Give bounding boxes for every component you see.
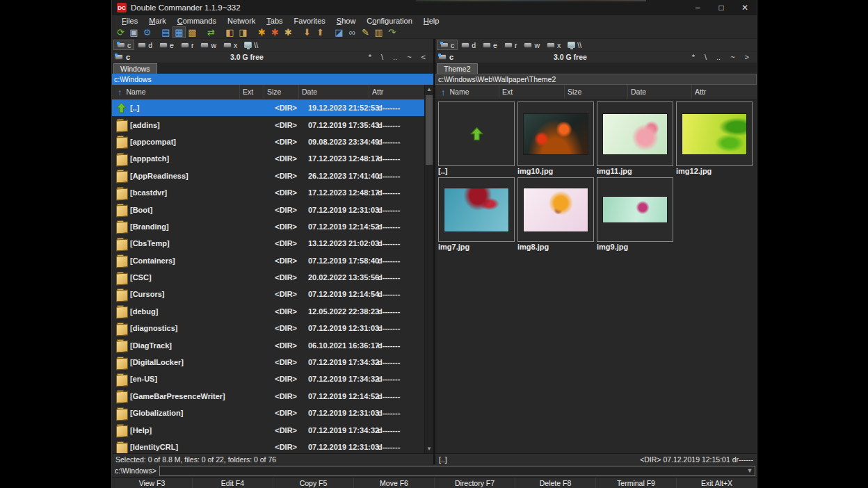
right-tab-theme2[interactable]: Theme2	[437, 63, 478, 74]
file-row[interactable]: [Help]<DIR>07.12.2019 17:34:32d-------	[112, 421, 425, 438]
copy-files-icon[interactable]: ◪	[332, 26, 346, 38]
right-drive-e[interactable]: e	[479, 40, 501, 50]
fkey-copy-f5[interactable]: Copy F5	[273, 478, 353, 488]
copy-left-panel-icon[interactable]: ◧	[223, 26, 236, 38]
file-row[interactable]: [en-US]<DIR>07.12.2019 17:34:32d-------	[112, 371, 425, 387]
left-header-size[interactable]: Size	[264, 85, 299, 99]
chevron-down-icon[interactable]: ▼	[745, 467, 755, 474]
command-input[interactable]	[160, 466, 745, 475]
right-header-name[interactable]: ↑Name	[435, 85, 499, 99]
file-row[interactable]: [DiagTrack]<DIR>06.10.2021 16:36:17d----…	[112, 336, 425, 353]
left-scrollbar[interactable]: ▲ ▼	[424, 85, 433, 453]
brief-view-icon[interactable]: ▤	[159, 26, 172, 38]
minimize-icon[interactable]: –	[686, 0, 709, 15]
right-path-bar[interactable]: c:\Windows\Web\Wallpaper\Theme2	[435, 74, 757, 85]
full-view-icon[interactable]: ▦	[172, 26, 186, 38]
pack-into-archive-icon[interactable]: ⬇	[300, 26, 314, 38]
menu-network[interactable]: Network	[222, 17, 261, 25]
fkey-move-f6[interactable]: Move F6	[353, 478, 434, 488]
fkey-terminal-f9[interactable]: Terminal F9	[595, 478, 676, 488]
left-network-drive[interactable]: \\	[241, 40, 262, 50]
fkey-delete-f8[interactable]: Delete F8	[515, 478, 595, 488]
thumbnail-tile[interactable]	[676, 101, 753, 166]
left-nav-3[interactable]: ~	[402, 53, 416, 61]
left-drive-d[interactable]: d	[134, 40, 156, 50]
refresh-icon[interactable]: ⟳	[114, 26, 127, 38]
fkey-view-f3[interactable]: View F3	[112, 478, 192, 488]
file-row[interactable]: [addins]<DIR>07.12.2019 17:35:43d-------	[112, 116, 425, 133]
right-nav-2[interactable]: ..	[712, 53, 725, 61]
up-directory-tile[interactable]	[438, 101, 515, 166]
scroll-down-icon[interactable]: ▼	[425, 444, 433, 453]
file-row[interactable]: [Branding]<DIR>07.12.2019 12:14:52d-----…	[112, 218, 425, 235]
right-drive-d[interactable]: d	[458, 40, 479, 50]
file-row[interactable]: [DigitalLocker]<DIR>07.12.2019 17:34:32d…	[112, 354, 425, 371]
left-drive-r[interactable]: r	[177, 40, 198, 50]
menu-tabs[interactable]: Tabs	[261, 17, 288, 25]
left-nav-2[interactable]: ..	[388, 53, 402, 61]
unpack-from-archive-icon[interactable]: ⬆	[314, 26, 327, 38]
right-nav-4[interactable]: >	[740, 53, 754, 61]
menu-show[interactable]: Show	[331, 17, 362, 25]
right-drive-select[interactable]: c	[438, 53, 453, 61]
menu-mark[interactable]: Mark	[143, 17, 171, 25]
scroll-up-icon[interactable]: ▲	[425, 85, 433, 94]
left-header-name[interactable]: ↑Name	[112, 85, 240, 99]
scrollbar-track[interactable]	[425, 94, 433, 444]
file-row[interactable]: [diagnostics]<DIR>07.12.2019 12:31:03d--…	[112, 320, 425, 336]
left-tab-windows[interactable]: Windows	[113, 63, 157, 74]
fkey-exit-alt-x[interactable]: Exit Alt+X	[676, 478, 757, 488]
sync-dirs-icon[interactable]: ▥	[372, 26, 385, 38]
right-drive-w[interactable]: w	[520, 40, 543, 50]
test-archive-icon[interactable]: ✱	[282, 26, 295, 38]
swap-panels-icon[interactable]: ⇄	[204, 26, 218, 38]
fkey-directory-f7[interactable]: Directory F7	[434, 478, 515, 488]
maximize-icon[interactable]: □	[709, 0, 733, 15]
right-drive-c[interactable]: c	[437, 40, 458, 50]
left-drive-e[interactable]: e	[156, 40, 177, 50]
left-header-ext[interactable]: Ext	[240, 85, 264, 99]
menu-favorites[interactable]: Favorites	[289, 17, 331, 25]
right-nav-0[interactable]: *	[687, 53, 700, 61]
thumbnails-view-icon[interactable]: ▩	[186, 26, 199, 38]
file-row[interactable]: [IdentityCRL]<DIR>07.12.2019 12:31:03d--…	[112, 439, 425, 453]
menu-files[interactable]: Files	[116, 17, 143, 25]
left-header-date[interactable]: Date	[299, 85, 369, 99]
copy-right-panel-icon[interactable]: ◨	[236, 26, 250, 38]
right-header-ext[interactable]: Ext	[499, 85, 565, 99]
right-nav-3[interactable]: ~	[725, 53, 739, 61]
thumbnail-tile[interactable]	[597, 177, 673, 242]
right-header-size[interactable]: Size	[565, 85, 628, 99]
left-drive-select[interactable]: c	[115, 53, 130, 61]
thumbnail-tile[interactable]	[597, 101, 673, 166]
file-row[interactable]: [Boot]<DIR>07.12.2019 12:31:03d-------	[112, 201, 425, 218]
left-drive-c[interactable]: c	[113, 40, 134, 50]
file-row[interactable]: [debug]<DIR>12.05.2022 22:38:23d-------	[112, 303, 425, 320]
file-row[interactable]: [Globalization]<DIR>07.12.2019 12:31:03d…	[112, 405, 425, 421]
file-row[interactable]: [appcompat]<DIR>09.08.2023 23:34:49d----…	[112, 133, 425, 150]
terminal-icon[interactable]: ▣	[127, 26, 140, 38]
right-header-attr[interactable]: Attr	[692, 85, 757, 99]
left-nav-1[interactable]: \	[376, 53, 388, 61]
file-row[interactable]: [CSC]<DIR>20.02.2022 13:35:56d-------	[112, 269, 425, 286]
properties-icon[interactable]: ↷	[385, 26, 399, 38]
options-icon[interactable]: ⚙	[140, 26, 154, 38]
thumbnail-tile[interactable]	[438, 177, 515, 242]
right-drive-x[interactable]: x	[543, 40, 564, 50]
left-nav-0[interactable]: *	[364, 53, 376, 61]
file-row[interactable]: [GameBarPresenceWriter]<DIR>07.12.2019 1…	[112, 388, 425, 405]
file-row[interactable]: [AppReadiness]<DIR>26.12.2023 17:41:40d-…	[112, 168, 425, 184]
file-row[interactable]: [bcastdvr]<DIR>17.12.2023 12:48:17d-----…	[112, 184, 425, 201]
close-icon[interactable]: ✕	[733, 0, 757, 15]
pack-icon[interactable]: ✱	[255, 26, 268, 38]
menu-commands[interactable]: Commands	[172, 17, 222, 25]
thumbnail-tile[interactable]	[517, 101, 594, 166]
file-row[interactable]: [..]<DIR>19.12.2023 21:52:53d-------	[112, 99, 425, 116]
multi-rename-icon[interactable]: ✎	[359, 26, 372, 38]
left-drive-w[interactable]: w	[197, 40, 220, 50]
thumbnail-tile[interactable]	[517, 177, 594, 242]
left-path-bar[interactable]: c:\Windows	[112, 74, 433, 85]
right-nav-1[interactable]: \	[700, 53, 712, 61]
file-row[interactable]: [Containers]<DIR>07.12.2019 17:58:40d---…	[112, 252, 425, 269]
left-nav-4[interactable]: <	[417, 53, 431, 61]
